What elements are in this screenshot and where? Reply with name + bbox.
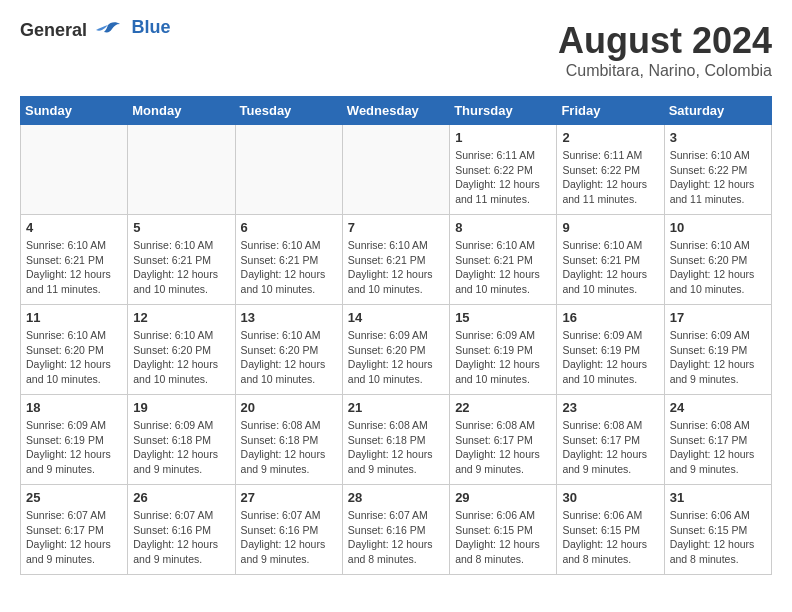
page-header: General Blue August 2024 Cumbitara, Nari… [20,20,772,80]
day-number: 12 [133,310,229,325]
day-info: Sunrise: 6:09 AM Sunset: 6:18 PM Dayligh… [133,418,229,477]
day-info: Sunrise: 6:06 AM Sunset: 6:15 PM Dayligh… [562,508,658,567]
calendar-cell: 22Sunrise: 6:08 AM Sunset: 6:17 PM Dayli… [450,395,557,485]
day-info: Sunrise: 6:10 AM Sunset: 6:20 PM Dayligh… [241,328,337,387]
day-number: 20 [241,400,337,415]
calendar-cell: 15Sunrise: 6:09 AM Sunset: 6:19 PM Dayli… [450,305,557,395]
day-info: Sunrise: 6:10 AM Sunset: 6:21 PM Dayligh… [562,238,658,297]
day-info: Sunrise: 6:10 AM Sunset: 6:21 PM Dayligh… [455,238,551,297]
day-number: 31 [670,490,766,505]
calendar-cell: 18Sunrise: 6:09 AM Sunset: 6:19 PM Dayli… [21,395,128,485]
day-number: 13 [241,310,337,325]
calendar-cell: 25Sunrise: 6:07 AM Sunset: 6:17 PM Dayli… [21,485,128,575]
day-info: Sunrise: 6:08 AM Sunset: 6:17 PM Dayligh… [670,418,766,477]
day-number: 4 [26,220,122,235]
day-info: Sunrise: 6:07 AM Sunset: 6:17 PM Dayligh… [26,508,122,567]
calendar-cell: 27Sunrise: 6:07 AM Sunset: 6:16 PM Dayli… [235,485,342,575]
calendar-cell: 11Sunrise: 6:10 AM Sunset: 6:20 PM Dayli… [21,305,128,395]
day-info: Sunrise: 6:11 AM Sunset: 6:22 PM Dayligh… [562,148,658,207]
calendar-cell: 16Sunrise: 6:09 AM Sunset: 6:19 PM Dayli… [557,305,664,395]
calendar-subtitle: Cumbitara, Narino, Colombia [558,62,772,80]
calendar-cell: 7Sunrise: 6:10 AM Sunset: 6:21 PM Daylig… [342,215,449,305]
day-info: Sunrise: 6:08 AM Sunset: 6:18 PM Dayligh… [241,418,337,477]
day-number: 26 [133,490,229,505]
calendar-cell [342,125,449,215]
calendar-cell [128,125,235,215]
day-info: Sunrise: 6:10 AM Sunset: 6:20 PM Dayligh… [133,328,229,387]
weekday-header-row: SundayMondayTuesdayWednesdayThursdayFrid… [21,97,772,125]
calendar-cell: 19Sunrise: 6:09 AM Sunset: 6:18 PM Dayli… [128,395,235,485]
day-number: 14 [348,310,444,325]
day-number: 7 [348,220,444,235]
weekday-sunday: Sunday [21,97,128,125]
day-info: Sunrise: 6:10 AM Sunset: 6:21 PM Dayligh… [241,238,337,297]
day-number: 16 [562,310,658,325]
day-number: 9 [562,220,658,235]
day-info: Sunrise: 6:07 AM Sunset: 6:16 PM Dayligh… [241,508,337,567]
calendar-title: August 2024 [558,20,772,62]
day-number: 30 [562,490,658,505]
day-info: Sunrise: 6:08 AM Sunset: 6:18 PM Dayligh… [348,418,444,477]
week-row-3: 11Sunrise: 6:10 AM Sunset: 6:20 PM Dayli… [21,305,772,395]
calendar-cell: 23Sunrise: 6:08 AM Sunset: 6:17 PM Dayli… [557,395,664,485]
logo-bird-icon [94,21,122,43]
calendar-cell: 14Sunrise: 6:09 AM Sunset: 6:20 PM Dayli… [342,305,449,395]
logo: General Blue [20,20,171,43]
calendar-cell: 8Sunrise: 6:10 AM Sunset: 6:21 PM Daylig… [450,215,557,305]
title-section: August 2024 Cumbitara, Narino, Colombia [558,20,772,80]
day-number: 6 [241,220,337,235]
day-number: 25 [26,490,122,505]
day-number: 1 [455,130,551,145]
day-number: 28 [348,490,444,505]
day-number: 3 [670,130,766,145]
weekday-monday: Monday [128,97,235,125]
day-number: 21 [348,400,444,415]
day-info: Sunrise: 6:10 AM Sunset: 6:20 PM Dayligh… [670,238,766,297]
day-number: 18 [26,400,122,415]
calendar-cell: 30Sunrise: 6:06 AM Sunset: 6:15 PM Dayli… [557,485,664,575]
calendar-cell: 6Sunrise: 6:10 AM Sunset: 6:21 PM Daylig… [235,215,342,305]
day-number: 29 [455,490,551,505]
day-number: 17 [670,310,766,325]
day-info: Sunrise: 6:10 AM Sunset: 6:21 PM Dayligh… [348,238,444,297]
day-info: Sunrise: 6:10 AM Sunset: 6:21 PM Dayligh… [26,238,122,297]
calendar-cell [21,125,128,215]
weekday-thursday: Thursday [450,97,557,125]
week-row-2: 4Sunrise: 6:10 AM Sunset: 6:21 PM Daylig… [21,215,772,305]
calendar-cell: 21Sunrise: 6:08 AM Sunset: 6:18 PM Dayli… [342,395,449,485]
calendar-cell: 5Sunrise: 6:10 AM Sunset: 6:21 PM Daylig… [128,215,235,305]
day-info: Sunrise: 6:06 AM Sunset: 6:15 PM Dayligh… [455,508,551,567]
day-number: 27 [241,490,337,505]
day-info: Sunrise: 6:08 AM Sunset: 6:17 PM Dayligh… [562,418,658,477]
week-row-5: 25Sunrise: 6:07 AM Sunset: 6:17 PM Dayli… [21,485,772,575]
day-info: Sunrise: 6:10 AM Sunset: 6:22 PM Dayligh… [670,148,766,207]
calendar-cell: 28Sunrise: 6:07 AM Sunset: 6:16 PM Dayli… [342,485,449,575]
calendar-cell [235,125,342,215]
day-info: Sunrise: 6:10 AM Sunset: 6:21 PM Dayligh… [133,238,229,297]
day-info: Sunrise: 6:09 AM Sunset: 6:20 PM Dayligh… [348,328,444,387]
day-number: 23 [562,400,658,415]
day-info: Sunrise: 6:07 AM Sunset: 6:16 PM Dayligh… [348,508,444,567]
calendar-cell: 29Sunrise: 6:06 AM Sunset: 6:15 PM Dayli… [450,485,557,575]
calendar-cell: 13Sunrise: 6:10 AM Sunset: 6:20 PM Dayli… [235,305,342,395]
day-number: 24 [670,400,766,415]
logo-blue: Blue [132,17,171,38]
calendar-table: SundayMondayTuesdayWednesdayThursdayFrid… [20,96,772,575]
day-number: 5 [133,220,229,235]
weekday-saturday: Saturday [664,97,771,125]
day-number: 2 [562,130,658,145]
calendar-cell: 17Sunrise: 6:09 AM Sunset: 6:19 PM Dayli… [664,305,771,395]
weekday-tuesday: Tuesday [235,97,342,125]
logo-general: General [20,20,87,40]
calendar-cell: 2Sunrise: 6:11 AM Sunset: 6:22 PM Daylig… [557,125,664,215]
day-info: Sunrise: 6:09 AM Sunset: 6:19 PM Dayligh… [670,328,766,387]
calendar-cell: 24Sunrise: 6:08 AM Sunset: 6:17 PM Dayli… [664,395,771,485]
calendar-cell: 3Sunrise: 6:10 AM Sunset: 6:22 PM Daylig… [664,125,771,215]
day-info: Sunrise: 6:07 AM Sunset: 6:16 PM Dayligh… [133,508,229,567]
day-number: 11 [26,310,122,325]
calendar-cell: 4Sunrise: 6:10 AM Sunset: 6:21 PM Daylig… [21,215,128,305]
day-info: Sunrise: 6:10 AM Sunset: 6:20 PM Dayligh… [26,328,122,387]
day-number: 19 [133,400,229,415]
week-row-4: 18Sunrise: 6:09 AM Sunset: 6:19 PM Dayli… [21,395,772,485]
week-row-1: 1Sunrise: 6:11 AM Sunset: 6:22 PM Daylig… [21,125,772,215]
